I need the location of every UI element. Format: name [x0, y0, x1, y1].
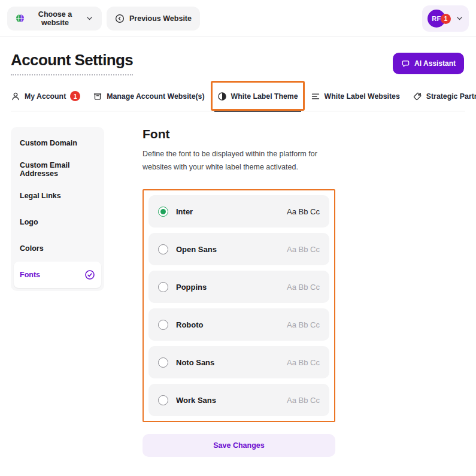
- sidebar-item-fonts[interactable]: Fonts: [14, 262, 101, 288]
- contrast-icon: [217, 92, 227, 101]
- sidebar-item-legal-links[interactable]: Legal Links: [14, 183, 101, 209]
- sidebar-item-logo[interactable]: Logo: [14, 209, 101, 235]
- section-description: Define the font to be displayed within t…: [143, 147, 335, 174]
- font-option-label: Work Sans: [176, 396, 216, 405]
- app-root: Choose a website Previous Website RF 1 A…: [0, 0, 476, 457]
- choose-website-dropdown[interactable]: Choose a website: [7, 7, 102, 31]
- tab-white-label-websites[interactable]: White Label Websites: [311, 84, 400, 111]
- ai-assistant-label: AI Assistant: [414, 59, 456, 68]
- sidebar-item-custom-domain[interactable]: Custom Domain: [14, 130, 101, 156]
- choose-website-label: Choose a website: [29, 10, 81, 27]
- archive-box-icon: [93, 92, 102, 101]
- radio-dot: [160, 209, 166, 214]
- topbar-left: Choose a website Previous Website: [7, 7, 200, 31]
- sidebar-item-label: Logo: [20, 218, 38, 226]
- font-option-inter[interactable]: InterAa Bb Cc: [148, 195, 329, 228]
- font-preview-text: Aa Bb Cc: [287, 320, 320, 329]
- font-option-label: Open Sans: [176, 245, 217, 254]
- tab-label: White Label Websites: [325, 92, 400, 101]
- sidebar-item-label: Custom Email Addresses: [20, 161, 95, 178]
- radio-button[interactable]: [158, 244, 168, 254]
- font-option-work-sans[interactable]: Work SansAa Bb Cc: [148, 384, 329, 416]
- tab-white-label-theme[interactable]: White Label Theme: [217, 84, 298, 111]
- tabs-bar: My Account1Manage Account Website(s)Whit…: [11, 84, 465, 111]
- radio-button[interactable]: [158, 357, 168, 368]
- font-preview-text: Aa Bb Cc: [287, 358, 320, 367]
- font-option-label: Roboto: [176, 320, 203, 329]
- tab-label: White Label Theme: [231, 92, 298, 101]
- sidebar-item-label: Fonts: [20, 271, 40, 279]
- radio-button[interactable]: [158, 207, 168, 217]
- main-panel: Font Define the font to be displayed wit…: [143, 127, 335, 457]
- tab-manage-account-website-s[interactable]: Manage Account Website(s): [93, 84, 204, 111]
- radio-button[interactable]: [158, 395, 168, 405]
- tab-label: Strategic Partner Commission: [426, 92, 476, 101]
- font-option-poppins[interactable]: PoppinsAa Bb Cc: [148, 271, 329, 303]
- font-option-roboto[interactable]: RobotoAa Bb Cc: [148, 308, 329, 341]
- font-option-label: Inter: [176, 207, 193, 216]
- tag-icon: [413, 92, 422, 101]
- tab-my-account[interactable]: My Account1: [11, 84, 80, 111]
- page-header: Account Settings AI Assistant: [0, 37, 476, 84]
- radio-button[interactable]: [158, 282, 168, 292]
- notification-badge: 1: [441, 14, 451, 24]
- list-lines-icon: [311, 92, 320, 101]
- section-title: Font: [143, 127, 335, 141]
- check-circle-icon: [84, 269, 95, 280]
- font-preview-text: Aa Bb Cc: [287, 396, 320, 405]
- font-option-label: Poppins: [176, 283, 207, 292]
- tab-label: Manage Account Website(s): [107, 92, 204, 101]
- radio-button[interactable]: [158, 320, 168, 330]
- tab-strategic-partner-commission[interactable]: Strategic Partner Commission: [413, 84, 476, 111]
- sidebar-item-label: Legal Links: [20, 192, 61, 200]
- font-option-open-sans[interactable]: Open SansAa Bb Cc: [148, 233, 329, 265]
- chat-bubble-icon: [401, 59, 410, 68]
- active-tab-indicator: [214, 110, 301, 112]
- font-preview-text: Aa Bb Cc: [287, 207, 320, 216]
- page-title: Account Settings: [11, 50, 133, 75]
- font-preview-text: Aa Bb Cc: [287, 245, 320, 254]
- previous-website-label: Previous Website: [129, 14, 192, 23]
- avatar-wrap: RF 1: [428, 10, 453, 28]
- chevron-down-icon: [456, 14, 463, 22]
- arrow-left-circle-icon: [115, 14, 125, 23]
- settings-sidebar: Custom DomainCustom Email AddressesLegal…: [11, 127, 104, 291]
- font-option-label: Noto Sans: [176, 358, 214, 367]
- topbar: Choose a website Previous Website RF 1: [0, 0, 476, 37]
- save-changes-button[interactable]: Save Changes: [143, 434, 335, 457]
- content: Custom DomainCustom Email AddressesLegal…: [0, 111, 476, 457]
- tab-label: My Account: [25, 92, 66, 101]
- user-icon: [11, 92, 20, 101]
- user-menu[interactable]: RF 1: [422, 5, 469, 32]
- ai-assistant-button[interactable]: AI Assistant: [393, 53, 464, 74]
- sidebar-item-colors[interactable]: Colors: [14, 235, 101, 262]
- website-favicon-icon: [16, 14, 25, 23]
- font-options-list: InterAa Bb CcOpen SansAa Bb CcPoppinsAa …: [143, 189, 335, 422]
- sidebar-item-custom-email-addresses[interactable]: Custom Email Addresses: [14, 156, 101, 183]
- chevron-down-icon: [86, 14, 93, 22]
- font-option-noto-sans[interactable]: Noto SansAa Bb Cc: [148, 346, 329, 378]
- tab-badge: 1: [70, 91, 80, 101]
- sidebar-item-label: Custom Domain: [20, 139, 77, 147]
- previous-website-button[interactable]: Previous Website: [107, 7, 200, 31]
- font-preview-text: Aa Bb Cc: [287, 283, 320, 292]
- sidebar-item-label: Colors: [20, 244, 44, 253]
